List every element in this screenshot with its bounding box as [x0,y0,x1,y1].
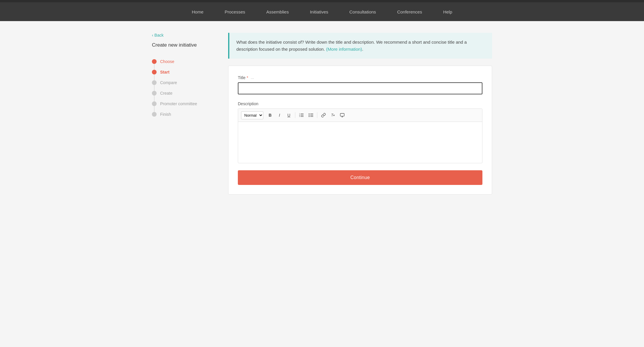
step-dot-create [152,91,157,96]
step-dot-finish [152,112,157,117]
step-dot-choose [152,59,157,64]
nav-consultations[interactable]: Consultations [339,9,387,14]
step-choose: Choose [152,56,216,67]
step-label-finish: Finish [160,112,171,117]
step-create: Create [152,88,216,98]
nav-home[interactable]: Home [181,9,214,14]
steps-container: Choose Start Compare Create Promoter com… [152,56,216,120]
toolbar-divider-1 [295,112,295,118]
editor-toolbar: Normal B I U 1 2 3 [238,109,482,122]
nav-conferences[interactable]: Conferences [387,9,433,14]
description-editor-body[interactable] [238,122,482,163]
title-required-marker: * [247,75,248,80]
format-select[interactable]: Normal [241,111,263,119]
step-compare: Compare [152,77,216,88]
form-card: Title * … Description Normal B I U [228,66,492,195]
nav-help[interactable]: Help [433,9,463,14]
svg-point-7 [309,115,310,116]
step-label-choose: Choose [160,59,174,64]
svg-point-6 [309,113,310,114]
step-dot-promoter [152,101,157,106]
description-editor: Normal B I U 1 2 3 [238,108,482,163]
sidebar-title: Create new initiative [152,42,216,48]
ordered-list-button[interactable]: 1 2 3 [297,111,306,119]
page-wrapper: ‹ Back Create new initiative Choose Star… [146,21,498,206]
step-finish: Finish [152,109,216,120]
nav-processes[interactable]: Processes [214,9,256,14]
nav-assemblies[interactable]: Assemblies [256,9,299,14]
back-link[interactable]: ‹ Back [152,33,216,38]
title-label-text: Title [238,75,245,80]
step-start: Start [152,67,216,77]
unordered-list-button[interactable] [306,111,315,119]
step-label-compare: Compare [160,80,177,85]
underline-button[interactable]: U [284,111,293,119]
svg-text:3: 3 [299,115,300,117]
nav-initiatives[interactable]: Initiatives [299,9,339,14]
italic-button[interactable]: I [275,111,284,119]
step-promoter: Promoter committee [152,98,216,109]
toolbar-divider-2 [317,112,317,118]
svg-point-8 [309,116,310,117]
embed-button[interactable] [338,111,347,119]
clear-format-button[interactable]: Tx [328,111,337,119]
navigation: Home Processes Assemblies Initiatives Co… [0,2,644,21]
main-content: What does the initiative consist of? Wri… [228,33,492,195]
step-dot-start [152,70,157,74]
step-label-create: Create [160,91,172,96]
bold-button[interactable]: B [266,111,274,119]
title-hint: … [250,76,254,80]
step-label-promoter: Promoter committee [160,101,197,106]
continue-button[interactable]: Continue [238,170,482,185]
info-suffix: . [362,47,363,52]
info-box: What does the initiative consist of? Wri… [228,33,492,59]
sidebar: ‹ Back Create new initiative Choose Star… [152,33,216,195]
more-information-link[interactable]: (More information) [326,47,362,52]
description-label: Description [238,101,482,106]
title-input[interactable] [238,82,482,94]
svg-rect-12 [340,113,344,116]
step-dot-compare [152,80,157,85]
link-button[interactable] [319,111,328,119]
topbar [0,0,644,2]
step-label-start: Start [160,70,170,74]
title-field-label: Title * … [238,75,482,80]
